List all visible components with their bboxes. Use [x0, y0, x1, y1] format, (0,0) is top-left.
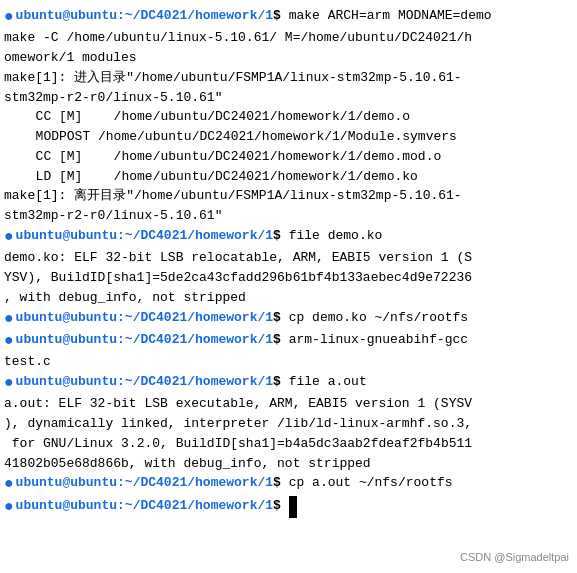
cmd-text: file a.out: [281, 372, 367, 394]
prompt-dot: ●: [4, 496, 14, 518]
output-line: , with debug_info, not stripped: [4, 288, 573, 308]
prompt-user: ubuntu@ubuntu: [16, 372, 117, 394]
terminal-line: ● ubuntu@ubuntu:~/DC4021/homework/1$ arm…: [4, 330, 573, 352]
output-line: MODPOST /home/ubuntu/DC24021/homework/1/…: [4, 127, 573, 147]
output-text: make -C /home/ubuntu/linux-5.10.61/ M=/h…: [4, 28, 472, 48]
cmd-text: [281, 496, 289, 518]
output-text: stm32mp-r2-r0/linux-5.10.61": [4, 88, 222, 108]
output-line: 41802b05e68d866b, with debug_info, not s…: [4, 454, 573, 474]
prompt-dot: ●: [4, 330, 14, 352]
output-text: CC [M] /home/ubuntu/DC24021/homework/1/d…: [4, 107, 410, 127]
prompt-colon: :: [117, 226, 125, 248]
cmd-text: cp demo.ko ~/nfs/rootfs: [281, 308, 468, 330]
output-text: a.out: ELF 32-bit LSB executable, ARM, E…: [4, 394, 472, 414]
prompt-path: ~/DC4021/homework/1: [125, 330, 273, 352]
output-text: make[1]: 离开目录"/home/ubuntu/FSMP1A/linux-…: [4, 186, 462, 206]
prompt-dollar: $: [273, 308, 281, 330]
output-line: demo.ko: ELF 32-bit LSB relocatable, ARM…: [4, 248, 573, 268]
output-text: make[1]: 进入目录"/home/ubuntu/FSMP1A/linux-…: [4, 68, 462, 88]
output-line: omework/1 modules: [4, 48, 573, 68]
terminal-line: ● ubuntu@ubuntu:~/DC4021/homework/1$ fil…: [4, 226, 573, 248]
cmd-text: file demo.ko: [281, 226, 382, 248]
terminal-line: ● ubuntu@ubuntu:~/DC4021/homework/1$ mak…: [4, 6, 573, 28]
cursor: [289, 496, 297, 518]
terminal-line: ● ubuntu@ubuntu:~/DC4021/homework/1$ cp …: [4, 308, 573, 330]
output-line: make[1]: 离开目录"/home/ubuntu/FSMP1A/linux-…: [4, 186, 573, 206]
prompt-dot: ●: [4, 226, 14, 248]
output-line: LD [M] /home/ubuntu/DC24021/homework/1/d…: [4, 167, 573, 187]
prompt-colon: :: [117, 6, 125, 28]
terminal-line-active[interactable]: ● ubuntu@ubuntu:~/DC4021/homework/1$: [4, 496, 573, 518]
output-text: MODPOST /home/ubuntu/DC24021/homework/1/…: [4, 127, 457, 147]
output-line: ), dynamically linked, interpreter /lib/…: [4, 414, 573, 434]
output-text: LD [M] /home/ubuntu/DC24021/homework/1/d…: [4, 167, 418, 187]
terminal-line: ● ubuntu@ubuntu:~/DC4021/homework/1$ fil…: [4, 372, 573, 394]
output-text: 41802b05e68d866b, with debug_info, not s…: [4, 454, 371, 474]
output-line: CC [M] /home/ubuntu/DC24021/homework/1/d…: [4, 147, 573, 167]
prompt-colon: :: [117, 308, 125, 330]
prompt-dot: ●: [4, 308, 14, 330]
prompt-path: ~/DC4021/homework/1: [125, 473, 273, 495]
prompt-user: ubuntu@ubuntu: [16, 308, 117, 330]
prompt-path: ~/DC4021/homework/1: [125, 6, 273, 28]
prompt-dot: ●: [4, 6, 14, 28]
terminal-window: ● ubuntu@ubuntu:~/DC4021/homework/1$ mak…: [0, 0, 577, 573]
cmd-text: cp a.out ~/nfs/rootfs: [281, 473, 453, 495]
prompt-user: ubuntu@ubuntu: [16, 6, 117, 28]
prompt-user: ubuntu@ubuntu: [16, 496, 117, 518]
output-text: , with debug_info, not stripped: [4, 288, 246, 308]
output-text: test.c: [4, 352, 51, 372]
output-text: demo.ko: ELF 32-bit LSB relocatable, ARM…: [4, 248, 472, 268]
prompt-path: ~/DC4021/homework/1: [125, 496, 273, 518]
output-line: YSV), BuildID[sha1]=5de2ca43cfadd296b61b…: [4, 268, 573, 288]
prompt-colon: :: [117, 473, 125, 495]
prompt-colon: :: [117, 372, 125, 394]
watermark: CSDN @Sigmadeltpai: [460, 549, 569, 566]
output-text: omework/1 modules: [4, 48, 137, 68]
prompt-colon: :: [117, 330, 125, 352]
output-text: for GNU/Linux 3.2.0, BuildID[sha1]=b4a5d…: [4, 434, 472, 454]
prompt-dollar: $: [273, 496, 281, 518]
output-text: stm32mp-r2-r0/linux-5.10.61": [4, 206, 222, 226]
output-line: make[1]: 进入目录"/home/ubuntu/FSMP1A/linux-…: [4, 68, 573, 88]
prompt-dot: ●: [4, 473, 14, 495]
prompt-dollar: $: [273, 473, 281, 495]
output-line: stm32mp-r2-r0/linux-5.10.61": [4, 88, 573, 108]
prompt-dollar: $: [273, 6, 281, 28]
prompt-path: ~/DC4021/homework/1: [125, 372, 273, 394]
prompt-path: ~/DC4021/homework/1: [125, 308, 273, 330]
prompt-user: ubuntu@ubuntu: [16, 473, 117, 495]
prompt-colon: :: [117, 496, 125, 518]
prompt-user: ubuntu@ubuntu: [16, 226, 117, 248]
output-line: stm32mp-r2-r0/linux-5.10.61": [4, 206, 573, 226]
prompt-path: ~/DC4021/homework/1: [125, 226, 273, 248]
prompt-dollar: $: [273, 330, 281, 352]
cmd-text: make ARCH=arm MODNAME=demo: [281, 6, 492, 28]
output-line: test.c: [4, 352, 573, 372]
output-line: make -C /home/ubuntu/linux-5.10.61/ M=/h…: [4, 28, 573, 48]
output-text: CC [M] /home/ubuntu/DC24021/homework/1/d…: [4, 147, 441, 167]
cmd-text: arm-linux-gnueabihf-gcc: [281, 330, 468, 352]
terminal-line: ● ubuntu@ubuntu:~/DC4021/homework/1$ cp …: [4, 473, 573, 495]
output-text: ), dynamically linked, interpreter /lib/…: [4, 414, 472, 434]
prompt-dot: ●: [4, 372, 14, 394]
output-line: a.out: ELF 32-bit LSB executable, ARM, E…: [4, 394, 573, 414]
prompt-dollar: $: [273, 226, 281, 248]
prompt-user: ubuntu@ubuntu: [16, 330, 117, 352]
output-line: CC [M] /home/ubuntu/DC24021/homework/1/d…: [4, 107, 573, 127]
output-line: for GNU/Linux 3.2.0, BuildID[sha1]=b4a5d…: [4, 434, 573, 454]
output-text: YSV), BuildID[sha1]=5de2ca43cfadd296b61b…: [4, 268, 472, 288]
prompt-dollar: $: [273, 372, 281, 394]
